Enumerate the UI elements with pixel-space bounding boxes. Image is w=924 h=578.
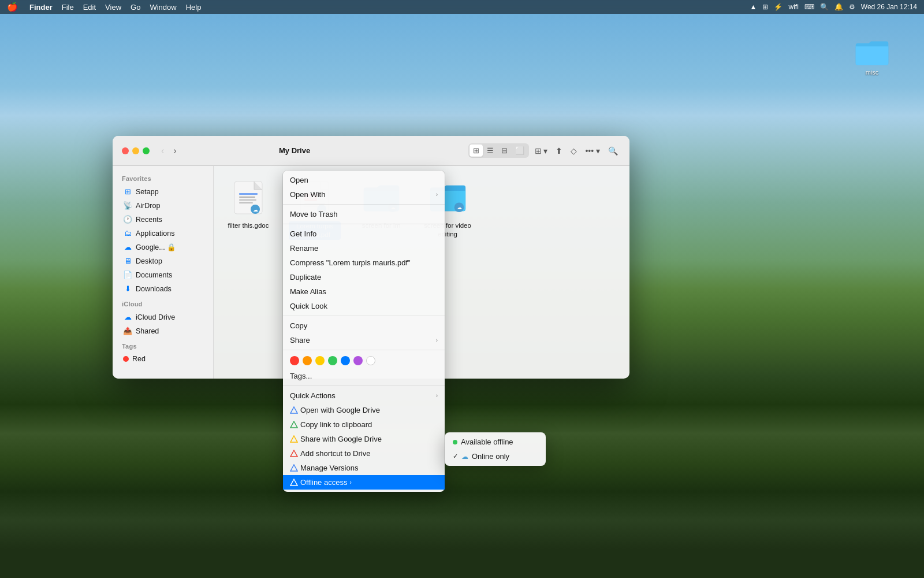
ctx-duplicate-label: Duplicate — [290, 273, 438, 281]
view-gallery-btn[interactable]: ⬜ — [512, 144, 528, 157]
menubar-search-icon[interactable]: 🔍 — [820, 3, 829, 11]
more-button[interactable]: ••• ▾ — [583, 144, 602, 158]
ctx-share-label: Share — [290, 336, 436, 344]
sidebar-item-airdrop[interactable]: 📡 AirDrop — [116, 199, 210, 212]
online-only-check: ✓ — [453, 453, 458, 460]
sidebar-item-downloads[interactable]: ⬇ Downloads — [116, 282, 210, 295]
ctx-open-with[interactable]: Open With › — [283, 187, 445, 202]
ctx-tags-label: Tags... — [290, 372, 438, 380]
ctx-rename[interactable]: Rename — [283, 241, 445, 255]
view-list-btn[interactable]: ☰ — [483, 144, 497, 157]
gdrive-icon-share — [290, 435, 298, 443]
ctx-open-gdrive[interactable]: Open with Google Drive — [283, 403, 445, 417]
tag-green[interactable] — [328, 356, 337, 365]
sidebar-item-google-drive[interactable]: ☁ Google... 🔒 — [116, 240, 210, 254]
sidebar-item-documents[interactable]: 📄 Documents — [116, 268, 210, 281]
tag-none[interactable] — [366, 356, 375, 365]
tag-blue[interactable] — [341, 356, 350, 365]
ctx-make-alias-label: Make Alias — [290, 287, 438, 296]
ctx-compress[interactable]: Compress "Lorem turpis mauris.pdf" — [283, 255, 445, 270]
forward-button[interactable]: › — [171, 145, 178, 157]
recents-icon: 🕐 — [123, 215, 132, 224]
google-drive-sidebar-icon: ☁ — [123, 243, 132, 251]
desktop-folder-misc[interactable]: misc — [855, 38, 889, 76]
svg-rect-3 — [239, 197, 255, 198]
ctx-share-gdrive[interactable]: Share with Google Drive — [283, 432, 445, 446]
ctx-copy-link[interactable]: Copy link to clipboard — [283, 417, 445, 432]
ctx-quick-actions[interactable]: Quick Actions › — [283, 388, 445, 403]
tag-red[interactable] — [290, 356, 299, 365]
window-title: My Drive — [184, 146, 406, 155]
sidebar-item-shared[interactable]: 📤 Shared — [116, 324, 210, 338]
menubar-go[interactable]: Go — [131, 3, 140, 12]
sidebar-item-recents[interactable]: 🕐 Recents — [116, 213, 210, 226]
sidebar-label-red: Red — [132, 355, 146, 363]
share-button[interactable]: ⬆ — [553, 144, 565, 158]
airdrop-icon: 📡 — [123, 201, 132, 210]
sidebar-item-desktop[interactable]: 🖥 Desktop — [116, 254, 210, 268]
ctx-get-info-label: Get Info — [290, 229, 438, 238]
menubar-view[interactable]: View — [105, 3, 121, 12]
search-button[interactable]: 🔍 — [606, 144, 620, 158]
sidebar-label-airdrop: AirDrop — [136, 202, 160, 210]
gdoc-file-icon: ☁ — [233, 180, 263, 215]
ctx-quick-look[interactable]: Quick Look — [283, 299, 445, 313]
menubar-app-name[interactable]: Finder — [29, 3, 53, 12]
file-item-gdoc[interactable]: ☁ filter this.gdoc — [225, 177, 271, 230]
close-button[interactable] — [122, 147, 129, 154]
offline-available[interactable]: Available offline — [445, 435, 546, 449]
view-column-btn[interactable]: ⊟ — [498, 144, 511, 157]
shared-icon: 📤 — [123, 327, 132, 335]
sidebar-item-red-tag[interactable]: Red — [116, 353, 210, 365]
offline-online-only[interactable]: ✓ ☁ Online only — [445, 449, 546, 464]
tag-orange[interactable] — [303, 356, 312, 365]
sidebar-label-downloads: Downloads — [136, 285, 172, 293]
ctx-manage-versions[interactable]: Manage Versions — [283, 461, 445, 475]
menubar-notification-icon[interactable]: 🔔 — [834, 3, 843, 11]
ctx-copy[interactable]: Copy — [283, 318, 445, 333]
ctx-open-with-label: Open With — [290, 190, 436, 199]
applications-icon: 🗂 — [123, 229, 132, 238]
ctx-make-alias[interactable]: Make Alias — [283, 284, 445, 299]
back-button[interactable]: ‹ — [159, 145, 166, 157]
desktop-icon-sidebar: 🖥 — [123, 257, 132, 265]
sidebar-item-icloud-drive[interactable]: ☁ iCloud Drive — [116, 310, 210, 324]
ctx-duplicate[interactable]: Duplicate — [283, 270, 445, 284]
menubar-control-center[interactable]: ⚙ — [849, 3, 855, 11]
ctx-open[interactable]: Open — [283, 173, 445, 187]
gdoc-filename: filter this.gdoc — [228, 221, 269, 230]
menubar-edit[interactable]: Edit — [83, 3, 96, 12]
tag-purple[interactable] — [353, 356, 363, 365]
tag-button[interactable]: ◇ — [568, 144, 579, 158]
ctx-sep-4 — [283, 350, 445, 350]
sidebar-item-setapp[interactable]: ⊞ Setapp — [116, 185, 210, 198]
menubar-file[interactable]: File — [62, 3, 74, 12]
sort-button[interactable]: ⊞ ▾ — [532, 144, 550, 158]
available-offline-dot — [453, 440, 457, 444]
ctx-add-shortcut[interactable]: Add shortcut to Drive — [283, 446, 445, 461]
sidebar-label-recents: Recents — [136, 216, 162, 224]
view-icon-btn[interactable]: ⊞ — [470, 144, 483, 157]
documents-icon: 📄 — [123, 271, 132, 279]
online-only-label: Online only — [472, 452, 509, 461]
ctx-tags[interactable]: Tags... — [283, 369, 445, 383]
ctx-share[interactable]: Share › — [283, 333, 445, 347]
apple-menu[interactable]: 🍎 — [7, 2, 18, 12]
menubar-window[interactable]: Window — [150, 3, 176, 12]
ctx-offline-access[interactable]: Offline access › — [283, 475, 445, 490]
menubar-battery-icon: ⚡ — [774, 3, 783, 11]
svg-marker-25 — [290, 465, 297, 471]
setapp-icon: ⊞ — [123, 187, 132, 196]
ctx-sep-5 — [283, 386, 445, 386]
maximize-button[interactable] — [143, 147, 150, 154]
svg-marker-23 — [290, 436, 297, 442]
ctx-get-info[interactable]: Get Info — [283, 227, 445, 241]
view-group: ⊞ ☰ ⊟ ⬜ — [468, 143, 529, 158]
online-only-cloud-icon: ☁ — [461, 453, 468, 461]
gdrive-icon-offline — [290, 479, 298, 487]
tag-yellow[interactable] — [315, 356, 325, 365]
menubar-help[interactable]: Help — [186, 3, 202, 12]
ctx-move-trash[interactable]: Move to Trash — [283, 207, 445, 221]
sidebar-item-applications[interactable]: 🗂 Applications — [116, 227, 210, 240]
minimize-button[interactable] — [132, 147, 139, 154]
